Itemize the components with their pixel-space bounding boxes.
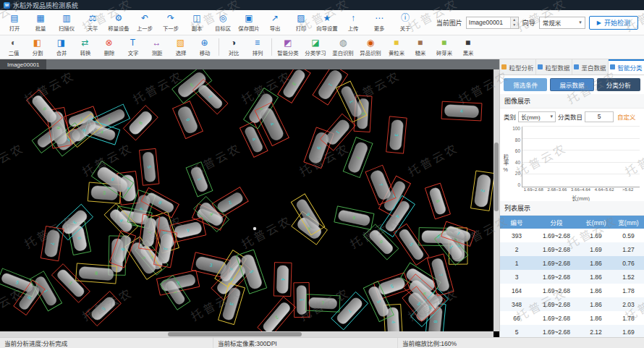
toolbar-upload[interactable]: ↑上传: [340, 10, 366, 35]
horizontal-scrollbar-thumb[interactable]: [168, 332, 302, 336]
toolbar-copy[interactable]: ◫副本: [184, 10, 210, 35]
toolbar-measure[interactable]: ↔测距: [145, 38, 169, 56]
start-detection-label: 开始检测: [604, 18, 630, 27]
status-dpi: 当前标定像素:300DPI: [213, 338, 398, 348]
toolbar-black-rice[interactable]: ■黑米: [456, 38, 480, 56]
toolbar-button-label: 垩白识别: [332, 48, 353, 56]
toolbar-button-label: 打开: [9, 24, 20, 31]
table-cell: 1.69~2.68: [533, 229, 580, 242]
panel-tab-1[interactable]: 粒型分析: [500, 59, 536, 75]
toolbar-separator: [271, 38, 272, 56]
toolbar-redo[interactable]: ↷下一步: [158, 10, 184, 35]
horizontal-scrollbar[interactable]: [0, 331, 493, 337]
grain-list: 编号分段长(mm)宽(mm) 3931.69~2.681.690.5921.69…: [500, 216, 644, 337]
toolbar-split[interactable]: ◧分割: [25, 38, 49, 56]
toolbar-button-label: 下一步: [163, 24, 179, 31]
current-image-input[interactable]: [467, 17, 510, 28]
wizard-select[interactable]: 常规米 ▾: [539, 17, 585, 29]
custom-link[interactable]: 自定义: [617, 112, 636, 121]
sub-button-3[interactable]: 分类分析: [597, 78, 640, 91]
toolbar-print[interactable]: ▨打印: [288, 10, 314, 35]
table-body: 3931.69~2.681.690.5921.69~2.681.691.2711…: [500, 229, 644, 337]
table-cell: 1.69~2.68: [533, 311, 580, 325]
table-header-row: 编号分段长(mm)宽(mm): [500, 216, 644, 229]
split-icon: ◧: [33, 38, 41, 48]
table-row[interactable]: 1641.69~2.681.861.78: [500, 284, 644, 297]
toolbar-target-area[interactable]: ◎目标区: [210, 10, 236, 35]
toolbar-wizard-settings[interactable]: ★向导设置: [314, 10, 340, 35]
toolbar-button-label: 糙米: [415, 48, 425, 56]
toolbar-chalkiness[interactable]: ◍垩白识别: [329, 38, 357, 56]
vertical-scrollbar-thumb[interactable]: [494, 143, 499, 211]
toolbar-classify-learn[interactable]: ◪分类学习: [302, 38, 329, 56]
category-select-value: 长(mm): [521, 113, 541, 121]
toolbar-about[interactable]: ⓘ关于: [392, 10, 418, 35]
toolbar-smart-classify[interactable]: ◩智能分类: [274, 38, 302, 56]
stepper-up-icon[interactable]: ▲: [511, 17, 518, 23]
table-row[interactable]: 21.69~2.681.691.27: [500, 242, 644, 256]
panel-tab-3[interactable]: 垩白数据: [572, 59, 609, 75]
main-toolbar: ▤打开▦批量▥扫描仪⚖天平⚙称量设备↶上一步↷下一步◫副本◎目标区▣保存图片↗导…: [0, 10, 644, 35]
table-cell: 1.69~2.68: [533, 325, 580, 337]
toolbar-button-label: 扫描仪: [59, 24, 75, 31]
class-count-input[interactable]: [585, 111, 614, 122]
table-cell: 1.86: [580, 256, 612, 270]
toolbar-batch[interactable]: ▦批量: [27, 10, 54, 35]
toolbar-delete[interactable]: ⊗删除: [97, 38, 121, 56]
table-row[interactable]: 3481.69~2.681.862.03: [500, 297, 644, 311]
panel-tab-label: 垩白数据: [581, 63, 606, 72]
toolbar-button-label: 合并: [56, 48, 67, 56]
start-detection-button[interactable]: ▶ 开始检测: [589, 16, 638, 30]
image-tab[interactable]: Image00001: [0, 59, 46, 69]
toolbar-button-label: 目标区: [215, 24, 231, 31]
panel-tab-4[interactable]: 智能分类: [609, 59, 644, 75]
batch-icon: ▦: [36, 14, 44, 23]
vertical-scrollbar[interactable]: [493, 69, 499, 331]
sub-button-1[interactable]: 筛选条件: [504, 78, 547, 91]
toolbar-more[interactable]: ⋯更多: [366, 10, 392, 35]
chart-bars: [522, 127, 640, 187]
chevron-down-icon: ▾: [551, 114, 554, 119]
toolbar-undo[interactable]: ↶上一步: [132, 10, 158, 35]
status-bar: 当前分析进度:分析完成 当前标定像素:300DPI 当前缩放比例:160%: [0, 337, 644, 348]
table-row[interactable]: 51.69~2.682.121.69: [500, 325, 644, 337]
table-row[interactable]: 3931.69~2.681.690.59: [500, 229, 644, 242]
table-row[interactable]: 31.69~2.681.861.52: [500, 270, 644, 284]
toolbar-device-settings[interactable]: ⚙称量设备: [106, 10, 132, 35]
toolbar-foreign-grain[interactable]: ◉异品识别: [357, 38, 384, 56]
toolbar-broken-rice[interactable]: ■碎芽米: [432, 38, 456, 56]
y-tick-label: 20: [509, 171, 520, 176]
toolbar-brown-rice[interactable]: ■糙米: [408, 38, 432, 56]
table-row[interactable]: 661.69~2.681.861.78: [500, 311, 644, 325]
image-stepper[interactable]: ▲▼: [510, 17, 518, 28]
toolbar-scanner[interactable]: ▥扫描仪: [54, 10, 80, 35]
move-icon: ⊕: [200, 38, 208, 48]
status-zoom: 当前缩放比例:160%: [398, 338, 644, 348]
toolbar-balance[interactable]: ⚖天平: [80, 10, 106, 35]
save-image-icon: ▣: [245, 14, 253, 23]
toolbar-binarize[interactable]: ◐二值: [1, 38, 25, 56]
grain-image-canvas[interactable]: 4231733431458315944527866979854154171792…: [0, 69, 493, 331]
stepper-down-icon[interactable]: ▼: [511, 22, 518, 28]
toolbar-text[interactable]: T文字: [121, 38, 145, 56]
category-select[interactable]: 长(mm) ▾: [518, 111, 556, 122]
toolbar-yellow-rice[interactable]: ■黄粒米: [384, 38, 408, 56]
toolbar-compare[interactable]: ◑对比: [221, 38, 245, 56]
toolbar-open[interactable]: ▤打开: [1, 10, 27, 35]
toolbar-move[interactable]: ⊕移动: [192, 38, 216, 56]
image-area: Image00001 42317334314583159445278669798…: [0, 59, 499, 337]
table-cell: 1.69~2.68: [533, 284, 580, 297]
y-tick-label: 60: [509, 149, 520, 153]
toolbar-save-image[interactable]: ▣保存图片: [236, 10, 262, 35]
toolbar-export[interactable]: ↗导出: [262, 10, 288, 35]
toolbar-convert[interactable]: ⇄转换: [73, 38, 97, 56]
table-header-cell: 长(mm): [580, 216, 612, 229]
toolbar-select[interactable]: ▧选择: [169, 38, 192, 56]
panel-tab-2[interactable]: 粒型数据: [536, 59, 572, 75]
sub-button-2[interactable]: 展示数据: [550, 78, 593, 91]
device-settings-icon: ⚙: [115, 14, 123, 23]
toolbar-merge[interactable]: ◨合并: [49, 38, 73, 56]
grain-table: 编号分段长(mm)宽(mm) 3931.69~2.681.690.5921.69…: [500, 216, 644, 337]
table-row[interactable]: 11.69~2.681.860.76: [500, 256, 644, 270]
toolbar-arrange[interactable]: ≡排列: [245, 38, 269, 56]
